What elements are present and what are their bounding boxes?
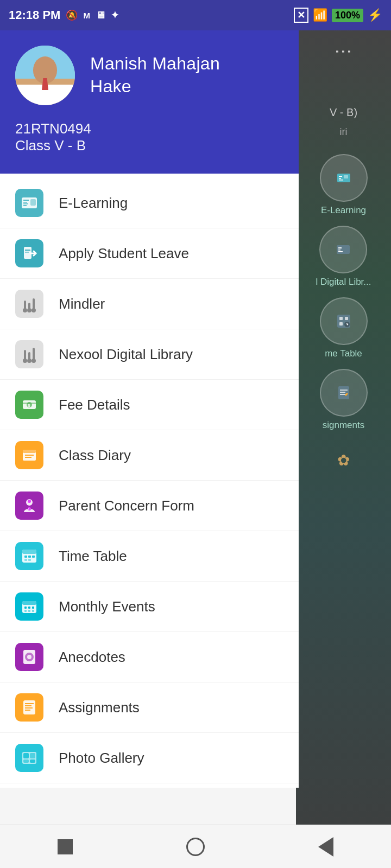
stop-button[interactable] (52, 833, 79, 860)
timetable-label: Time Table (59, 548, 127, 565)
anecdotes-label: Anecdotes (59, 649, 125, 666)
mindler-icon (15, 290, 43, 318)
profile-name-line2: Hake (90, 75, 220, 98)
circle-library-label: l Digital Libr... (316, 277, 371, 288)
svg-rect-81 (23, 760, 29, 763)
home-button[interactable] (182, 833, 209, 860)
svg-rect-57 (28, 556, 31, 558)
svg-rect-74 (25, 705, 31, 706)
back-button[interactable] (312, 833, 339, 860)
stop-icon (58, 839, 73, 854)
leave-icon (15, 239, 43, 267)
menu-item-parent[interactable]: ! Parent Concern Form (0, 481, 299, 531)
svg-rect-7 (338, 250, 340, 251)
menu-item-diary[interactable]: Class Diary (0, 430, 299, 481)
menu-item-mindler[interactable]: Mindler (0, 279, 299, 329)
circle-library-btn[interactable] (319, 226, 367, 273)
profile-section: Manish Mahajan Hake 21RTN0494 Class V - … (0, 30, 299, 174)
circle-elearning-label: E-Learning (321, 205, 366, 216)
status-bar: 12:18 PM 🔕 M 🖥 ✦ ✕ 📶 100% ⚡ (0, 0, 391, 30)
profile-class: Class V - B (15, 137, 283, 154)
svg-rect-22 (23, 200, 29, 201)
svg-rect-1 (339, 176, 342, 177)
library-icon (15, 340, 43, 368)
profile-name-line1: Manish Mahajan (90, 53, 220, 75)
profile-info: Manish Mahajan Hake (90, 53, 220, 98)
menu-item-timetable[interactable]: Time Table (0, 531, 299, 582)
menu-item-library[interactable]: Nexool Digital Library (0, 329, 299, 380)
dropbox-icon: ✦ (111, 9, 119, 21)
svg-rect-6 (338, 247, 342, 248)
circle-library[interactable]: l Digital Libr... (316, 226, 371, 288)
menu-item-leave[interactable]: Apply Student Leave (0, 228, 299, 279)
circle-timetable[interactable]: me Table (320, 297, 368, 359)
menu-item-anecdotes[interactable]: Anecdotes (0, 632, 299, 682)
circle-assignments-btn[interactable] (320, 369, 368, 417)
svg-rect-45 (23, 403, 36, 404)
leave-label: Apply Student Leave (59, 245, 189, 262)
notification-icon: M (83, 11, 90, 20)
assignments-label: Assignments (59, 699, 140, 716)
suffix-label-right: iri (340, 126, 348, 138)
svg-rect-75 (25, 707, 33, 709)
bottom-navigation (0, 825, 391, 868)
svg-rect-35 (33, 298, 35, 309)
svg-rect-73 (25, 703, 34, 704)
elearning-label: E-Learning (59, 195, 128, 212)
svg-rect-56 (24, 556, 27, 558)
menu-item-assignments[interactable]: Assignments (0, 682, 299, 733)
svg-rect-41 (33, 348, 35, 360)
school-logo: ✿ (337, 451, 350, 469)
three-dots-menu[interactable]: ⋮ (296, 30, 391, 74)
charging-icon: ⚡ (368, 8, 382, 22)
profile-id: 21RTN0494 (15, 120, 283, 137)
svg-rect-59 (24, 559, 27, 561)
mute-icon: 🔕 (66, 9, 78, 21)
svg-rect-19 (340, 392, 345, 393)
menu-item-elearning[interactable]: E-Learning (0, 178, 299, 228)
svg-rect-8 (338, 251, 343, 252)
svg-rect-80 (30, 753, 35, 758)
svg-rect-58 (32, 556, 35, 558)
svg-rect-33 (24, 301, 26, 309)
svg-point-71 (27, 655, 31, 659)
svg-rect-40 (28, 352, 30, 360)
anecdotes-icon (15, 643, 43, 671)
svg-rect-55 (22, 550, 36, 554)
circle-elearning[interactable]: E-Learning (320, 154, 368, 216)
class-label-right: V - B) (330, 106, 357, 119)
svg-rect-3 (339, 180, 343, 181)
svg-rect-68 (32, 610, 34, 612)
mindler-label: Mindler (59, 296, 105, 312)
home-icon (186, 838, 205, 856)
svg-rect-28 (25, 250, 30, 251)
svg-rect-47 (23, 450, 36, 453)
circle-assignments[interactable]: signments (320, 369, 368, 431)
svg-rect-4 (344, 175, 348, 178)
svg-point-51 (28, 500, 31, 503)
circle-timetable-btn[interactable] (320, 297, 368, 345)
menu-item-events[interactable]: Monthly Events (0, 582, 299, 632)
profile-row: Manish Mahajan Hake (15, 46, 283, 105)
diary-label: Class Diary (59, 447, 131, 464)
menu-item-gallery[interactable]: Photo Gallery (0, 733, 299, 783)
circle-assignments-label: signments (323, 420, 364, 431)
diary-icon (15, 441, 43, 469)
svg-rect-79 (23, 753, 29, 758)
svg-rect-34 (28, 303, 30, 309)
back-icon (318, 837, 333, 857)
right-circles-panel: V - B) iri E-Learning l Digital Libr... (296, 30, 391, 469)
circle-timetable-label: me Table (325, 348, 362, 359)
close-icon: ✕ (294, 8, 308, 23)
fee-label: Fee Details (59, 397, 130, 413)
left-panel: Manish Mahajan Hake 21RTN0494 Class V - … (0, 30, 299, 788)
svg-rect-18 (340, 390, 348, 391)
library-label: Nexool Digital Library (59, 346, 193, 363)
svg-rect-26 (30, 199, 36, 206)
battery-indicator: 100% (332, 9, 363, 22)
svg-rect-11 (345, 317, 348, 320)
svg-rect-12 (339, 322, 343, 326)
menu-item-fee[interactable]: $ Fee Details (0, 380, 299, 430)
gallery-icon (15, 744, 43, 772)
circle-elearning-btn[interactable] (320, 154, 368, 202)
